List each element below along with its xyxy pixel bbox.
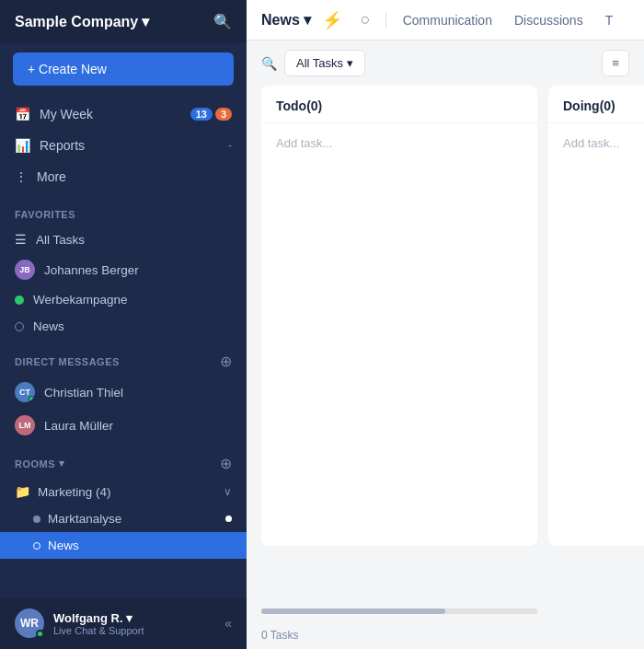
create-new-label: + Create New: [28, 62, 107, 76]
room-marketing[interactable]: 📁 Marketing (4) ∨: [0, 478, 247, 505]
week-badges: 13 3: [190, 108, 232, 121]
dm-label: Direct Messages: [15, 356, 120, 367]
search-icon[interactable]: 🔍: [213, 13, 232, 30]
sidebar-item-more[interactable]: ⋮ More: [0, 161, 247, 192]
separator: [385, 12, 386, 29]
online-indicator: [15, 296, 24, 305]
fav-all-tasks[interactable]: ☰ All Tasks: [0, 226, 247, 253]
sidebar-item-reports[interactable]: 📊 Reports -: [0, 130, 247, 161]
circle-icon[interactable]: ○: [353, 10, 378, 29]
collapse-icon[interactable]: «: [224, 616, 232, 631]
unread-dot: [225, 516, 232, 522]
badge-blue: 13: [190, 108, 213, 121]
footer-info: Wolfgang R. ▾ Live Chat & Support: [53, 611, 215, 636]
tab-t[interactable]: T: [596, 0, 623, 41]
page-title[interactable]: News ▾: [261, 11, 311, 29]
todo-body: Add task...: [261, 123, 537, 546]
list-icon: ☰: [15, 232, 27, 247]
status-bar: 0 Tasks: [247, 621, 644, 649]
calendar-icon: 📅: [15, 107, 30, 122]
kanban-col-todo: Todo(0) Add task...: [261, 86, 537, 546]
filter-icon: ≡: [612, 56, 619, 70]
footer-status-text: Live Chat & Support: [53, 625, 215, 636]
sidebar: Sample Company ▾ 🔍 + Create New 📅 My Wee…: [0, 0, 247, 649]
status-dot: [33, 542, 40, 550]
avatar: CT: [15, 382, 35, 402]
scrollbar-area: [247, 601, 644, 621]
fav-johannes[interactable]: JB Johannes Berger: [0, 253, 247, 286]
search-icon: 🔍: [261, 56, 277, 71]
scrollbar-thumb[interactable]: [261, 608, 445, 614]
sidebar-nav: 📅 My Week 13 3 📊 Reports - ⋮ More: [0, 95, 247, 196]
tab-communication[interactable]: Communication: [394, 0, 501, 41]
sidebar-footer[interactable]: WR Wolfgang R. ▾ Live Chat & Support «: [0, 597, 247, 649]
chevron-down-icon: ∨: [224, 485, 232, 498]
rooms-label[interactable]: Rooms ▾: [15, 458, 65, 469]
kanban-board: Todo(0) Add task... Doing(0) Add task...: [247, 86, 644, 601]
reports-icon: 📊: [15, 138, 30, 153]
tasks-count-label: 0 Tasks: [261, 629, 298, 642]
add-room-button[interactable]: ⊕: [220, 455, 232, 472]
add-dm-button[interactable]: ⊕: [220, 353, 232, 370]
add-task-doing[interactable]: Add task...: [563, 136, 619, 150]
filter-button[interactable]: ≡: [602, 50, 629, 76]
todo-header: Todo(0): [261, 86, 537, 123]
room-news-active[interactable]: News: [0, 532, 247, 559]
all-tasks-filter-button[interactable]: All Tasks ▾: [284, 50, 365, 76]
online-dot: [36, 630, 44, 638]
create-new-button[interactable]: + Create New: [13, 52, 234, 86]
top-nav: News ▾ ⚡ ○ Communication Discussions T: [247, 0, 644, 41]
tasks-bar: 🔍 All Tasks ▾ ≡: [247, 41, 644, 86]
circle-icon: [15, 322, 24, 331]
rooms-header: Rooms ▾ ⊕: [0, 442, 247, 478]
pulse-icon[interactable]: ⚡: [315, 10, 350, 30]
company-name[interactable]: Sample Company ▾: [15, 13, 149, 30]
fav-werbekampagne[interactable]: Werbekampagne: [0, 286, 247, 313]
sidebar-header: Sample Company ▾ 🔍: [0, 0, 247, 43]
main-content: News ▾ ⚡ ○ Communication Discussions T 🔍…: [247, 0, 644, 649]
status-dot: [33, 516, 40, 523]
tab-discussions[interactable]: Discussions: [505, 0, 592, 41]
doing-body: Add task...: [548, 123, 644, 546]
more-icon: ⋮: [15, 169, 28, 184]
dm-christian[interactable]: CT Christian Thiel: [0, 376, 247, 409]
dm-section-header: Direct Messages ⊕: [0, 340, 247, 376]
sidebar-item-my-week[interactable]: 📅 My Week 13 3: [0, 99, 247, 130]
dm-laura[interactable]: LM Laura Müller: [0, 409, 247, 442]
folder-icon: 📁: [15, 484, 30, 499]
scrollbar-track[interactable]: [261, 608, 537, 614]
avatar: LM: [15, 415, 35, 435]
kanban-col-doing: Doing(0) Add task...: [548, 86, 644, 546]
avatar: JB: [15, 260, 35, 280]
add-task-todo[interactable]: Add task...: [276, 136, 332, 150]
favorites-label: Favorites: [0, 196, 247, 226]
fav-news[interactable]: News: [0, 313, 247, 340]
room-marktanalyse[interactable]: Marktanalyse: [0, 505, 247, 532]
reports-arrow: -: [228, 139, 232, 152]
footer-avatar: WR: [15, 608, 44, 638]
doing-header: Doing(0): [548, 86, 644, 123]
footer-username: Wolfgang R. ▾: [53, 611, 215, 625]
badge-orange: 3: [215, 108, 232, 121]
